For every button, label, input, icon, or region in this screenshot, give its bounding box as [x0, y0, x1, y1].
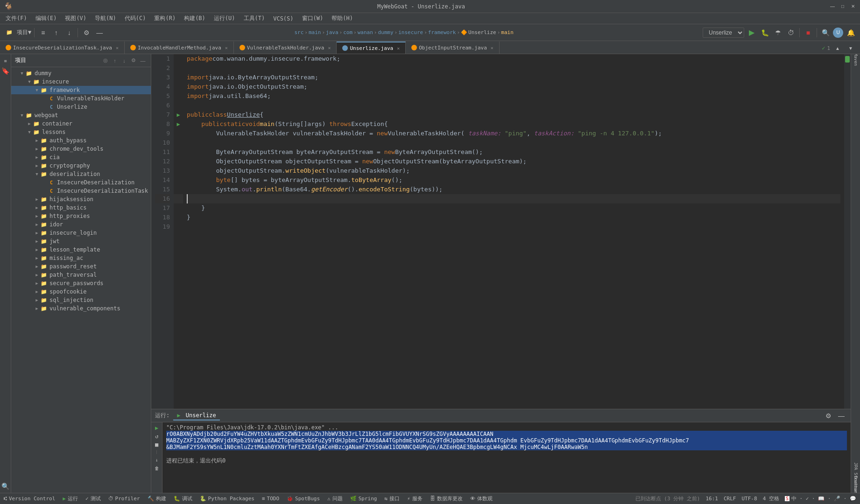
tree-item-insecure[interactable]: ▼ 📁 insecure	[11, 77, 151, 86]
status-indent[interactable]: 4 空格	[763, 495, 779, 502]
menu-refactor[interactable]: 重构(R)	[150, 14, 179, 23]
toolbar-more[interactable]: —	[94, 27, 105, 38]
menu-code[interactable]: 代码(C)	[121, 14, 150, 23]
status-db-change[interactable]: 🗄 数据库更改	[430, 495, 463, 502]
toolbar-settings[interactable]: ⚙	[81, 27, 92, 38]
status-version-control[interactable]: ⑆ Version Control	[4, 496, 55, 502]
toolbar-nav-fwd[interactable]: ↓	[63, 27, 75, 38]
tree-item-auth-bypass[interactable]: ▶ 📁 auth_bypass	[11, 136, 151, 145]
tree-item-cia[interactable]: ▶ 📁 cia	[11, 153, 151, 161]
right-icon-maven[interactable]: Maven	[852, 56, 860, 63]
bc-main2[interactable]: main	[501, 29, 514, 35]
bc-java[interactable]: java	[326, 29, 338, 35]
project-dropdown[interactable]: 📁	[4, 27, 15, 38]
left-icon-structure[interactable]: ≡	[1, 56, 10, 65]
tree-item-spoofcookie[interactable]: ▶ 📁 spoofcookie	[11, 287, 151, 296]
bc-framework[interactable]: framework	[428, 29, 456, 35]
editor-main[interactable]: 1 2 3 4 5 6 7 8 9 10 11 12 13 14 15 16 1…	[151, 54, 851, 409]
status-line-ending[interactable]: CRLF	[724, 496, 736, 502]
status-issues[interactable]: ⚠ 问题	[327, 495, 343, 502]
status-debug[interactable]: 🐛 调试	[174, 495, 192, 502]
stop-button[interactable]: ■	[803, 27, 814, 38]
coverage-button[interactable]: ☂	[772, 27, 783, 38]
bc-unserlize-label[interactable]: Unserlize	[468, 29, 496, 35]
status-encoding[interactable]: UTF-8	[742, 496, 757, 502]
tree-item-webgoat[interactable]: ▼ 📁 webgoat	[11, 111, 151, 119]
menu-window[interactable]: 窗口(W)	[298, 14, 327, 23]
sidebar-tool-down[interactable]: ↓	[120, 56, 128, 65]
sidebar-tool-settings[interactable]: ⚙	[129, 56, 138, 65]
tree-item-sql-injection[interactable]: ▶ 📁 sql_injection	[11, 296, 151, 304]
sidebar-tool-close[interactable]: —	[139, 56, 147, 65]
status-spotbugs[interactable]: 🐞 SpotBugs	[287, 496, 320, 502]
console-settings[interactable]: ⚙	[823, 410, 834, 421]
tab-scroll-down[interactable]: ▼	[845, 42, 856, 54]
bc-insecure[interactable]: insecure	[398, 29, 423, 35]
tree-item-chrome-dev-tools[interactable]: ▶ 📁 chrome_dev_tools	[11, 145, 151, 153]
tree-item-hijacksession[interactable]: ▶ 📁 hijacksession	[11, 195, 151, 203]
sidebar-tool-locate[interactable]: ◎	[101, 56, 110, 65]
console-content[interactable]: "C:\Program Files\Java\jdk-17.0.2\bin\ja…	[162, 422, 851, 493]
bc-unserlize[interactable]: 🔶	[461, 29, 467, 35]
toolbar-structure[interactable]: ≡	[37, 27, 49, 38]
status-test[interactable]: ✓ 测试	[85, 495, 101, 502]
bc-main[interactable]: main	[309, 29, 321, 35]
run-icon-7[interactable]: ▶	[174, 110, 183, 119]
console-stop-btn[interactable]: ■	[153, 441, 161, 448]
tab-insecure-deserialization-task[interactable]: InsecureDeserializationTask.java ✕	[0, 42, 125, 54]
tab-invocable-handler[interactable]: InvocableHandlerMethod.java ✕	[125, 42, 234, 54]
bc-dummy[interactable]: dummy	[378, 29, 393, 35]
tree-item-secure-passwords[interactable]: ▶ 📁 secure_passwords	[11, 279, 151, 287]
tree-item-jwt[interactable]: ▶ 📁 jwt	[11, 237, 151, 245]
status-profiler[interactable]: ⏱ Profiler	[108, 496, 140, 502]
tab-close-4[interactable]: ✕	[397, 46, 400, 51]
console-tab-unserlize[interactable]: ▶ Unserlize	[173, 411, 220, 420]
menu-tools[interactable]: 工具(T)	[240, 14, 269, 23]
tree-item-lessons[interactable]: ▼ 📁 lessons	[11, 128, 151, 136]
tree-item-framework[interactable]: ▼ 📁 framework	[11, 86, 151, 94]
status-spring[interactable]: 🌿 Spring	[350, 496, 377, 502]
debug-button[interactable]: 🐛	[759, 27, 770, 38]
tree-item-idor[interactable]: ▶ 📁 idor	[11, 220, 151, 229]
tab-unserlize[interactable]: Unserlize.java ✕	[337, 42, 406, 54]
status-build[interactable]: 🔨 构建	[148, 495, 166, 502]
minimize-button[interactable]: —	[829, 3, 836, 10]
menu-navigate[interactable]: 导航(N)	[91, 14, 120, 23]
tree-item-http-basics[interactable]: ▶ 📁 http_basics	[11, 203, 151, 212]
menu-file[interactable]: 文件(F)	[2, 14, 31, 23]
tab-scroll-up[interactable]: ▲	[832, 42, 843, 54]
console-run-btn[interactable]: ▶	[153, 424, 161, 432]
search-btn[interactable]: 🔍	[820, 27, 831, 38]
tree-item-deserialization[interactable]: ▼ 📁 deserialization	[11, 170, 151, 178]
tree-item-container[interactable]: ▶ 📁 container	[11, 119, 151, 128]
status-endpoint[interactable]: ⇆ 接口	[384, 495, 400, 502]
menu-run[interactable]: 运行(U)	[210, 14, 239, 23]
avatar-btn[interactable]: U	[833, 28, 843, 38]
tree-item-vulnerable-task-holder[interactable]: C VulnerableTaskHolder	[11, 94, 151, 103]
tree-item-cryptography[interactable]: ▶ 📁 cryptography	[11, 161, 151, 170]
left-icon-bookmark[interactable]: 🔖	[1, 66, 10, 76]
status-run[interactable]: ▶ 运行	[63, 495, 78, 502]
close-button[interactable]: ✕	[850, 3, 856, 10]
menu-build[interactable]: 构建(B)	[180, 14, 209, 23]
tree-item-insecure-deser-task[interactable]: C InsecureDeserializationTask	[11, 187, 151, 195]
tree-item-dummy[interactable]: ▼ 📁 dummy	[11, 69, 151, 77]
console-clear-btn[interactable]: 🗑	[153, 464, 161, 472]
menu-vcs[interactable]: VCS(S)	[269, 14, 297, 23]
tab-close-5[interactable]: ✕	[491, 45, 493, 50]
right-icon-bookmarks[interactable]: Bookmarks	[852, 483, 860, 491]
run-icon-8[interactable]: ▶	[174, 119, 183, 129]
status-sougou[interactable]: S 中 · ✓ · 📖 · 🎤 · 💬	[785, 495, 856, 502]
run-button[interactable]: ▶	[746, 27, 757, 38]
maximize-button[interactable]: □	[839, 3, 846, 10]
profile-button[interactable]: ⏱	[785, 27, 797, 38]
tree-item-unserlize[interactable]: C Unserlize	[11, 103, 151, 111]
run-config-select[interactable]: Unserlize	[703, 28, 744, 38]
sidebar-tool-collapse[interactable]: ↑	[111, 56, 119, 65]
tab-close-2[interactable]: ✕	[225, 45, 228, 50]
tree-item-path-traversal[interactable]: ▶ 📁 path_traversal	[11, 271, 151, 279]
status-body-viewer[interactable]: 👁 体数观	[470, 495, 493, 502]
tab-close-3[interactable]: ✕	[328, 45, 331, 50]
status-position[interactable]: 16:1	[706, 496, 719, 502]
console-scroll-end-btn[interactable]: ↓	[153, 456, 161, 463]
